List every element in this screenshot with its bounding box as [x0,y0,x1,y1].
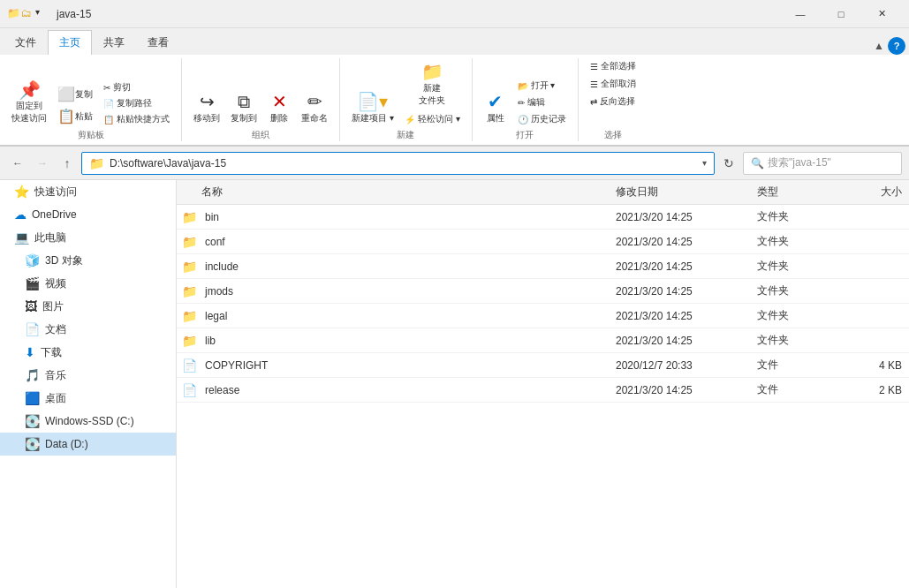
select-all-button[interactable]: ☰ 全部选择 [586,58,640,74]
new-folder-button[interactable]: 📁 新建 文件夹 [400,58,465,109]
col-header-type[interactable]: 类型 [750,185,838,200]
new-item-button[interactable]: 📄▾ 新建项目 ▾ [347,88,398,127]
file-row-conf[interactable]: 📁 conf 2021/3/20 14:25 文件夹 [177,230,909,254]
back-button[interactable]: ← [7,153,28,174]
history-button[interactable]: 🕐 历史记录 [513,111,571,127]
file-name-copyright: COPYRIGHT [198,359,609,372]
paste-shortcut-button[interactable]: 📋 粘贴快捷方式 [99,111,174,127]
copy-button[interactable]: ⬜ 复制 [53,83,97,105]
file-name-lib: lib [198,335,609,347]
ribbon-up-icon[interactable]: ▲ [874,40,884,52]
help-icon[interactable]: ? [888,37,905,55]
cut-button[interactable]: ✂ 剪切 [99,79,174,95]
copy-to-label: 复制到 [231,112,257,124]
file-type-jmods: 文件夹 [750,283,838,298]
forward-button[interactable]: → [32,153,53,174]
history-icon: 🕐 [518,115,528,124]
sidebar-item-downloads[interactable]: ⬇ 下载 [0,341,176,364]
file-row-legal[interactable]: 📁 legal 2021/3/20 14:25 文件夹 [177,304,909,328]
file-row-lib[interactable]: 📁 lib 2021/3/20 14:25 文件夹 [177,328,909,353]
easy-access-button[interactable]: ⚡ 轻松访问 ▾ [400,111,465,127]
sidebar-item-3d[interactable]: 🧊 3D 对象 [0,249,176,272]
pin-icon: 📌 [19,81,41,99]
sidebar-item-data-d[interactable]: 💽 Data (D:) [0,433,176,456]
ribbon: 文件 主页 共享 查看 ▲ ? 📌 固定到 快速访问 ⬜ 复制 [0,28,909,147]
copy-path-button[interactable]: 📄 复制路径 [99,95,174,111]
ribbon-group-organize: ↪ 移动到 ⧉ 复制到 ✕ 删除 ✏ 重命名 组织 [182,58,340,141]
file-list: 名称 修改日期 类型 大小 📁 bin 2021/3/20 14:25 文件夹 … [177,180,909,588]
tab-view[interactable]: 查看 [136,30,180,55]
deselect-all-icon: ☰ [590,79,598,89]
address-input[interactable]: 📁 D:\software\Java\java-15 ▾ [81,152,715,175]
invert-selection-button[interactable]: ⇄ 反向选择 [586,94,640,109]
file-list-header: 名称 修改日期 类型 大小 [177,180,909,205]
deselect-all-button[interactable]: ☰ 全部取消 [586,76,640,92]
copy-to-button[interactable]: ⧉ 复制到 [226,89,261,127]
properties-button[interactable]: ✔ 属性 [480,88,511,127]
paste-button[interactable]: 📋 粘贴 [53,105,97,127]
select-all-label: 全部选择 [601,60,636,72]
sidebar-item-quick-access[interactable]: ⭐ 快速访问 [0,180,176,203]
windows-ssd-icon: 💽 [25,414,40,428]
sidebar-item-this-pc[interactable]: 💻 此电脑 [0,226,176,249]
new-buttons: 📄▾ 新建项目 ▾ 📁 新建 文件夹 ⚡ 轻松访问 ▾ [347,58,465,127]
sidebar-item-documents[interactable]: 📄 文档 [0,318,176,341]
move-to-button[interactable]: ↪ 移动到 [189,88,224,127]
file-row-release[interactable]: 📄 release 2021/3/20 14:25 文件 2 KB [177,378,909,403]
tab-share[interactable]: 共享 [92,30,136,55]
file-row-jmods[interactable]: 📁 jmods 2021/3/20 14:25 文件夹 [177,279,909,304]
open-button[interactable]: 📂 打开 ▾ [513,78,571,94]
pictures-icon: 🖼 [25,299,37,313]
minimize-button[interactable]: — [780,0,821,28]
file-date-legal: 2021/3/20 14:25 [609,310,750,322]
music-icon: 🎵 [25,368,40,382]
up-button[interactable]: ↑ [57,153,78,174]
sidebar-item-music[interactable]: 🎵 音乐 [0,364,176,387]
sidebar-item-videos[interactable]: 🎬 视频 [0,272,176,295]
file-row-bin[interactable]: 📁 bin 2021/3/20 14:25 文件夹 [177,205,909,230]
folder-icon-jmods: 📁 [180,283,198,300]
tab-home[interactable]: 主页 [48,30,92,55]
tab-file[interactable]: 文件 [4,30,48,55]
pin-button[interactable]: 📌 固定到 快速访问 [7,79,51,127]
ribbon-group-select: ☰ 全部选择 ☰ 全部取消 ⇄ 反向选择 选择 [579,58,648,141]
copy-path-icon: 📄 [103,99,114,109]
address-text: D:\software\Java\java-15 [110,157,226,170]
file-row-include[interactable]: 📁 include 2021/3/20 14:25 文件夹 [177,254,909,279]
col-header-name[interactable]: 名称 [194,185,609,200]
search-box[interactable]: 🔍 搜索"java-15" [743,152,902,175]
sidebar-item-windows-ssd[interactable]: 💽 Windows-SSD (C:) [0,410,176,433]
new-item-icon: 📄▾ [357,91,388,112]
app-icon: 📁 [7,7,21,21]
select-buttons: ☰ 全部选择 ☰ 全部取消 ⇄ 反向选择 [586,58,640,127]
rename-button[interactable]: ✏ 重命名 [297,88,332,127]
ribbon-group-new: 📄▾ 新建项目 ▾ 📁 新建 文件夹 ⚡ 轻松访问 ▾ 新建 [340,58,473,141]
file-size-release: 2 KB [838,384,909,396]
edit-label: 编辑 [527,96,545,109]
file-row-copyright[interactable]: 📄 COPYRIGHT 2020/12/7 20:33 文件 4 KB [177,353,909,378]
file-date-copyright: 2020/12/7 20:33 [609,359,750,372]
sidebar-item-onedrive[interactable]: ☁ OneDrive [0,203,176,226]
maximize-button[interactable]: □ [821,0,861,28]
open-label: 打开 ▾ [531,79,556,92]
videos-icon: 🎬 [25,276,40,290]
file-name-bin: bin [198,211,609,223]
col-header-size[interactable]: 大小 [838,185,909,200]
copy-label: 复制 [75,88,93,101]
sidebar-item-label-downloads: 下载 [41,345,62,360]
col-header-date[interactable]: 修改日期 [609,185,750,200]
file-type-conf: 文件夹 [750,234,838,249]
paste-shortcut-label: 粘贴快捷方式 [117,113,170,125]
close-button[interactable]: ✕ [861,0,902,28]
delete-button[interactable]: ✕ 删除 [263,88,295,127]
address-dropdown-icon[interactable]: ▾ [702,158,707,168]
delete-label: 删除 [270,112,288,124]
rename-icon: ✏ [307,91,322,112]
clipboard-buttons: 📌 固定到 快速访问 ⬜ 复制 📋 粘贴 ✂ 剪切 [7,58,174,127]
refresh-button[interactable]: ↻ [718,153,739,174]
sidebar-item-pictures[interactable]: 🖼 图片 [0,295,176,318]
edit-icon: ✏ [518,98,525,108]
sidebar-item-desktop[interactable]: 🟦 桌面 [0,387,176,410]
new-folder-icon: 📁 [421,61,443,82]
edit-button[interactable]: ✏ 编辑 [513,94,571,110]
